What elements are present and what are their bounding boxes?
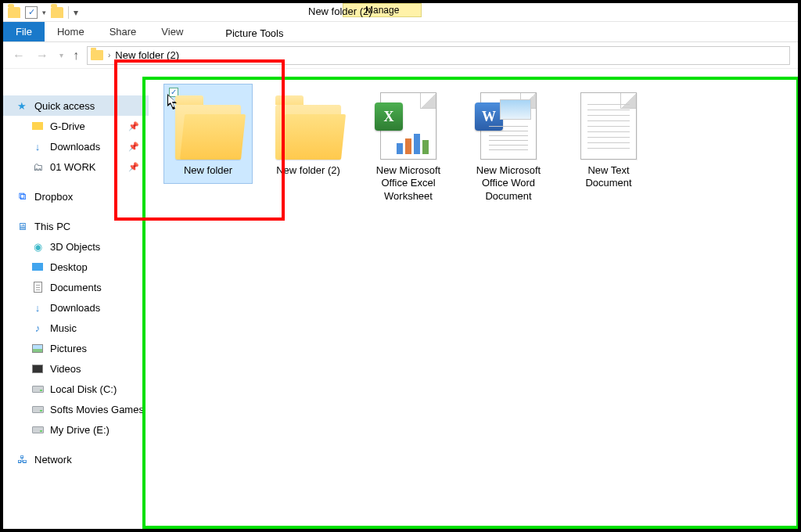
sidebar-item-label: G-Drive — [50, 120, 85, 132]
sidebar-network[interactable]: 🖧 Network — [3, 449, 149, 469]
sidebar-item-gdrive[interactable]: G-Drive 📌 — [3, 116, 149, 136]
download-icon: ↓ — [31, 301, 44, 314]
sidebar-item-label: Downloads — [50, 141, 100, 153]
dropbox-icon: ⧉ — [16, 190, 28, 203]
sidebar-item-documents[interactable]: Documents — [3, 277, 149, 297]
document-icon — [34, 282, 42, 293]
titlebar: ✓ ▾ ▾ Manage New folder (2) — [3, 3, 798, 22]
file-item-text[interactable]: New Text Document — [565, 84, 652, 196]
drive-icon — [32, 406, 44, 413]
file-item-excel[interactable]: X New Microsoft Office Excel Worksheet — [365, 84, 452, 209]
file-tab[interactable]: File — [3, 22, 45, 41]
folder-icon — [91, 50, 103, 60]
sidebar-item-label: Downloads — [50, 302, 100, 314]
sidebar-item-3d-objects[interactable]: ◉3D Objects — [3, 236, 149, 257]
tab-view[interactable]: View — [149, 22, 196, 41]
window-title: New folder (2) — [285, 5, 372, 17]
sidebar-item-downloads-pc[interactable]: ↓Downloads — [3, 297, 149, 318]
network-icon: 🖧 — [16, 453, 28, 466]
sidebar-item-label: My Drive (E:) — [50, 424, 110, 436]
drive-icon — [32, 426, 44, 433]
desktop-icon — [32, 263, 43, 271]
video-icon — [32, 365, 43, 373]
pin-icon: 📌 — [128, 121, 139, 131]
sidebar-item-label: Pictures — [50, 343, 87, 354]
drive-icon — [32, 386, 44, 393]
file-item-label: New Microsoft Office Excel Worksheet — [366, 164, 451, 203]
qat-overflow-button[interactable]: ▾ — [74, 7, 78, 18]
file-item-label: New folder (2) — [276, 164, 340, 177]
excel-file-icon: X — [380, 92, 436, 160]
nav-bar: ← → ▾ ↑ › New folder (2) — [3, 42, 798, 69]
file-list-pane[interactable]: ✓ New folder New folder (2) X — [149, 69, 798, 529]
pictures-icon — [32, 344, 43, 353]
sidebar-item-label: Quick access — [34, 100, 95, 112]
sidebar-item-label: This PC — [34, 221, 70, 232]
folder-icon — [51, 7, 63, 18]
sidebar-item-local-disk-c[interactable]: Local Disk (C:) — [3, 379, 149, 399]
pin-icon: 📌 — [128, 162, 139, 172]
sidebar-item-label: Desktop — [50, 261, 88, 273]
file-item-label: New Text Document — [566, 164, 651, 190]
sidebar-item-label: Documents — [50, 282, 102, 293]
file-item-word[interactable]: W New Microsoft Office Word Document — [465, 84, 552, 209]
sidebar-item-downloads[interactable]: ↓ Downloads 📌 — [3, 136, 149, 156]
sidebar-dropbox[interactable]: ⧉ Dropbox — [3, 186, 149, 207]
sidebar-item-label: Local Disk (C:) — [50, 383, 117, 395]
nav-forward-button[interactable]: → — [34, 49, 50, 63]
text-file-icon — [580, 92, 637, 160]
sidebar-item-work[interactable]: 🗂 01 WORK 📌 — [3, 156, 149, 177]
pin-icon: 📌 — [128, 142, 139, 152]
sidebar-item-label: Dropbox — [34, 191, 73, 203]
nav-up-button[interactable]: ↑ — [73, 49, 79, 63]
folder-icon — [175, 105, 241, 160]
sidebar-this-pc[interactable]: 🖥 This PC — [3, 216, 149, 236]
file-item-folder[interactable]: New folder (2) — [264, 84, 352, 183]
star-icon: ★ — [16, 99, 28, 112]
tab-share[interactable]: Share — [97, 22, 149, 41]
tab-picture-tools[interactable]: Picture Tools — [211, 22, 297, 41]
quick-access-toolbar: ✓ ▾ ▾ — [3, 6, 83, 19]
ribbon-tabs: File Home Share View Picture Tools — [3, 22, 798, 42]
pc-icon: 🖥 — [16, 220, 28, 232]
qat-properties-button[interactable]: ✓ — [25, 6, 38, 19]
sidebar-item-label: 01 WORK — [50, 161, 96, 173]
sidebar-item-label: Music — [50, 322, 77, 334]
nav-pane: ★ Quick access G-Drive 📌 ↓ Downloads 📌 🗂… — [3, 69, 149, 529]
file-item-label: New Microsoft Office Word Document — [466, 164, 551, 203]
word-file-icon: W — [480, 92, 537, 160]
sidebar-item-label: Softs Movies Games — [50, 404, 144, 415]
sidebar-item-softs[interactable]: Softs Movies Games — [3, 399, 149, 419]
chevron-right-icon[interactable]: › — [108, 51, 110, 59]
sidebar-quick-access[interactable]: ★ Quick access — [3, 95, 149, 116]
sidebar-item-label: 3D Objects — [50, 241, 100, 253]
separator — [68, 6, 69, 19]
breadcrumb-current[interactable]: New folder (2) — [115, 49, 179, 61]
qat-dropdown-icon[interactable]: ▾ — [42, 9, 46, 16]
download-icon: ↓ — [31, 140, 44, 153]
drive-icon — [32, 122, 43, 130]
folder-icon: 🗂 — [31, 160, 44, 173]
sidebar-item-videos[interactable]: Videos — [3, 358, 149, 379]
address-bar[interactable]: › New folder (2) — [87, 46, 790, 65]
sidebar-item-label: Videos — [50, 363, 81, 375]
sidebar-item-music[interactable]: ♪Music — [3, 318, 149, 338]
sidebar-item-pictures[interactable]: Pictures — [3, 338, 149, 358]
folder-icon — [275, 105, 341, 160]
sidebar-item-desktop[interactable]: Desktop — [3, 257, 149, 277]
sidebar-item-label: Network — [34, 454, 72, 466]
explorer-window: ✓ ▾ ▾ Manage New folder (2) File Home Sh… — [0, 0, 801, 532]
nav-recent-dropdown[interactable]: ▾ — [58, 51, 65, 59]
file-item-label: New folder — [184, 164, 232, 177]
sidebar-item-my-drive-e[interactable]: My Drive (E:) — [3, 419, 149, 440]
nav-back-button[interactable]: ← — [11, 49, 27, 63]
tab-home[interactable]: Home — [45, 22, 97, 41]
cursor-icon — [167, 94, 180, 111]
folder-icon — [8, 7, 20, 18]
music-icon: ♪ — [31, 322, 44, 334]
cube-icon: ◉ — [31, 240, 44, 253]
